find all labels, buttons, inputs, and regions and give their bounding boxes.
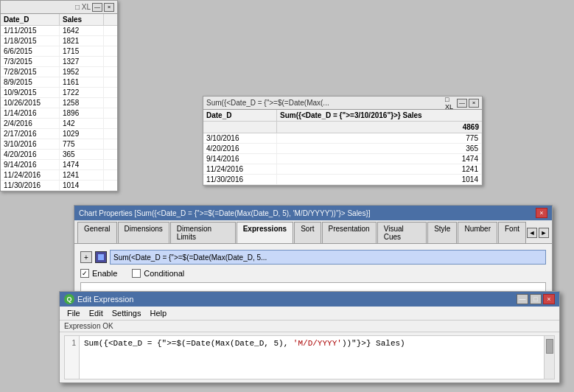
expr-type-icon bbox=[95, 251, 107, 263]
edit-minimize-btn[interactable]: — bbox=[517, 294, 528, 304]
table-window-2: Sum({<Date_D = {">=$(=Date(Max(... □ XL … bbox=[203, 96, 483, 186]
edit-close-btn[interactable]: × bbox=[543, 294, 555, 304]
edit-title-icon: Q bbox=[64, 294, 74, 304]
table1-body: 1/11/201516421/18/201518216/6/201517157/… bbox=[1, 26, 117, 191]
menu-edit[interactable]: Edit bbox=[86, 308, 106, 318]
table-row: 10/26/20151258 bbox=[1, 98, 117, 108]
vertical-scrollbar[interactable] bbox=[544, 336, 554, 379]
table-cell: 775 bbox=[60, 139, 104, 149]
table-cell: 365 bbox=[277, 144, 482, 153]
table-cell: 1896 bbox=[60, 108, 104, 118]
table1-col-date: Date_D bbox=[1, 14, 60, 25]
expr-expand-btn[interactable]: + bbox=[80, 251, 92, 263]
table-cell: 1014 bbox=[277, 175, 482, 184]
table-cell: 1161 bbox=[60, 77, 104, 87]
table-cell: 3/10/2016 bbox=[1, 139, 60, 149]
table2-body: 3/10/20167754/20/20163659/14/2016147411/… bbox=[203, 133, 482, 185]
status-bar: Expression OK bbox=[60, 321, 559, 332]
tab-dimension-limits[interactable]: Dimension Limits bbox=[170, 222, 236, 243]
table-row: 2/17/20161029 bbox=[1, 129, 117, 139]
tabs-prev-btn[interactable]: ◄ bbox=[527, 228, 537, 238]
enable-checkbox[interactable]: ✓ bbox=[80, 269, 89, 278]
table-cell: 1029 bbox=[60, 129, 104, 139]
edit-title-left: Q Edit Expression bbox=[64, 294, 133, 304]
table-cell: 11/30/2016 bbox=[1, 181, 60, 190]
tab-visual-cues[interactable]: Visual Cues bbox=[377, 222, 427, 243]
code-area: 1 Sum({<Date_D = {">=$(=Date(Max(Date_D,… bbox=[64, 335, 555, 379]
table-row: 9/14/20161474 bbox=[203, 154, 482, 164]
menu-file[interactable]: File bbox=[64, 308, 83, 318]
table1-icon: □ XL bbox=[75, 3, 91, 11]
enable-row: ✓ Enable Conditional bbox=[80, 269, 546, 278]
table-row: 7/3/20151327 bbox=[1, 57, 117, 67]
menu-help[interactable]: Help bbox=[147, 308, 169, 318]
tabs-navigation: ◄ ► bbox=[527, 222, 552, 243]
table2-summary-value: 4869 bbox=[277, 122, 482, 133]
status-text: Expression OK bbox=[64, 322, 113, 330]
table1-minimize-btn[interactable]: — bbox=[92, 3, 102, 12]
table-window-1: □ XL — × Date_D Sales 1/11/201516421/18/… bbox=[0, 0, 118, 192]
menu-settings[interactable]: Settings bbox=[109, 308, 144, 318]
table-cell: 4/20/2016 bbox=[1, 150, 60, 159]
conditional-label: Conditional bbox=[144, 269, 184, 278]
table2-minimize-btn[interactable]: — bbox=[457, 99, 467, 108]
table-cell: 7/3/2015 bbox=[1, 57, 60, 66]
table-cell: 11/24/2016 bbox=[203, 164, 277, 174]
table2-close-btn[interactable]: × bbox=[469, 99, 479, 108]
table-cell: 1952 bbox=[60, 67, 104, 77]
table-cell: 1241 bbox=[277, 164, 482, 174]
table-row: 1/14/20161896 bbox=[1, 108, 117, 119]
tab-dimensions[interactable]: Dimensions bbox=[118, 222, 169, 243]
table-cell: 2/4/2016 bbox=[1, 119, 60, 128]
table-cell: 1014 bbox=[60, 181, 104, 190]
expressions-toolbar: + Sum(<Date_D = {">=$(=Date(Max(Date_D, … bbox=[80, 250, 546, 265]
enable-checkbox-label: ✓ Enable bbox=[80, 269, 117, 278]
table-cell: 1474 bbox=[277, 154, 482, 164]
table-row: 1/18/20151821 bbox=[1, 36, 117, 46]
table2-summary-label bbox=[203, 122, 277, 133]
table2-titlebar: Sum({<Date_D = {">=$(=Date(Max(... □ XL … bbox=[203, 97, 482, 110]
code-content[interactable]: Sum({<Date_D = {">=$(=Date(Max(Date_D, 5… bbox=[80, 336, 544, 379]
chart-dialog-close-btn[interactable]: × bbox=[536, 208, 547, 218]
chart-dialog-titlebar: Chart Properties [Sum({<Date_D = {">=$(=… bbox=[74, 206, 552, 220]
expression-row[interactable]: Sum(<Date_D = {">=$(=Date(Max(Date_D, 5.… bbox=[110, 250, 546, 265]
scrollbar-thumb[interactable] bbox=[546, 339, 553, 354]
tab-font[interactable]: Font bbox=[498, 222, 526, 243]
table1-close-btn[interactable]: × bbox=[104, 3, 114, 12]
table-row: 8/9/20151161 bbox=[1, 77, 117, 88]
table-cell: 2/17/2016 bbox=[1, 129, 60, 139]
conditional-checkbox[interactable] bbox=[132, 269, 141, 278]
tab-expressions[interactable]: Expressions bbox=[237, 222, 293, 243]
expression-text: Sum(<Date_D = {">=$(=Date(Max(Date_D, 5.… bbox=[113, 253, 267, 262]
table-cell: 9/14/2016 bbox=[203, 154, 277, 164]
tab-general[interactable]: General bbox=[77, 222, 117, 243]
edit-dialog-buttons: — □ × bbox=[517, 294, 555, 304]
table-cell: 1474 bbox=[60, 160, 104, 169]
table-row: 4/20/2016365 bbox=[203, 144, 482, 154]
tab-sort[interactable]: Sort bbox=[294, 222, 321, 243]
tabs-next-btn[interactable]: ► bbox=[539, 228, 549, 238]
table-cell: 365 bbox=[60, 150, 104, 159]
line-number-1: 1 bbox=[68, 339, 76, 347]
table-cell: 1642 bbox=[60, 26, 104, 35]
table-row: 11/30/20161014 bbox=[1, 181, 117, 191]
table2-icon: □ XL bbox=[445, 99, 455, 108]
table-cell: 10/9/2015 bbox=[1, 88, 60, 97]
table-cell: 1715 bbox=[60, 46, 104, 56]
table-row: 3/10/2016775 bbox=[203, 133, 482, 144]
table-row: 2/4/2016142 bbox=[1, 119, 117, 129]
table-cell: 1821 bbox=[60, 36, 104, 46]
table-row: 11/24/20161241 bbox=[1, 170, 117, 181]
table1-titlebar: □ XL — × bbox=[1, 1, 117, 14]
table-cell: 142 bbox=[60, 119, 104, 128]
table-cell: 11/30/2016 bbox=[203, 175, 277, 184]
table-cell: 1327 bbox=[60, 57, 104, 66]
table2-title: Sum({<Date_D = {">=$(=Date(Max(... bbox=[206, 99, 329, 107]
edit-maximize-btn[interactable]: □ bbox=[530, 294, 542, 304]
conditional-checkbox-label: Conditional bbox=[132, 269, 184, 278]
tab-presentation[interactable]: Presentation bbox=[322, 222, 377, 243]
tab-style[interactable]: Style bbox=[427, 222, 457, 243]
edit-expr-menubar: File Edit Settings Help bbox=[60, 307, 559, 321]
table-cell: 10/26/2015 bbox=[1, 98, 60, 108]
tab-number[interactable]: Number bbox=[458, 222, 497, 243]
